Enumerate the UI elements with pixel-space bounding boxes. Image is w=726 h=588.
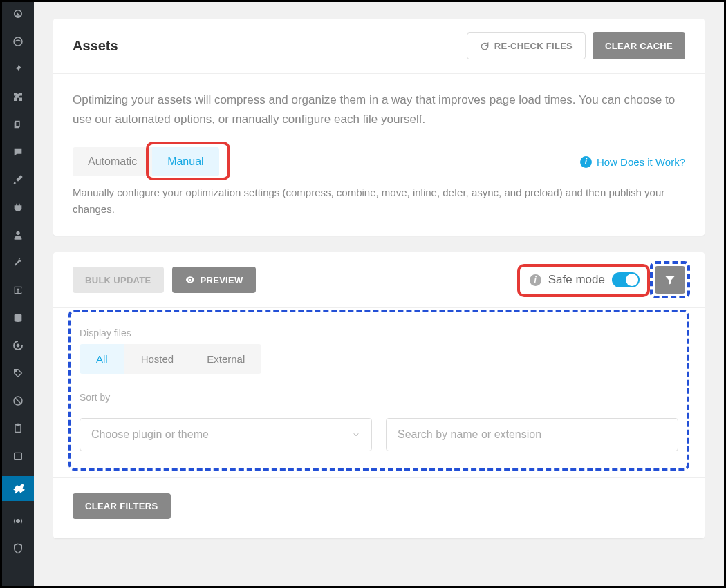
- hummingbird-active-icon[interactable]: [2, 476, 34, 501]
- pages-icon[interactable]: [10, 117, 26, 132]
- assets-description: Optimizing your assets will compress and…: [53, 74, 705, 137]
- users-icon[interactable]: [10, 227, 26, 243]
- pin-icon[interactable]: [10, 61, 26, 77]
- clear-filters-button[interactable]: CLEAR FILTERS: [73, 493, 171, 519]
- main-content: Assets RE-CHECK FILES CLEAR CACHE Optimi…: [34, 2, 724, 586]
- wp-admin-sidebar: [2, 2, 34, 586]
- comments-icon[interactable]: [10, 144, 26, 160]
- tag-icon[interactable]: [10, 366, 26, 381]
- page-title: Assets: [73, 38, 118, 54]
- svg-rect-8: [15, 453, 22, 459]
- info-icon: i: [580, 156, 592, 168]
- hummingbird-icon[interactable]: [10, 34, 26, 49]
- broadcast-icon[interactable]: [10, 513, 26, 529]
- import-icon[interactable]: [10, 283, 26, 298]
- refresh-icon: [480, 41, 490, 51]
- preview-button[interactable]: PREVIEW: [172, 267, 256, 293]
- recheck-files-button[interactable]: RE-CHECK FILES: [467, 32, 586, 59]
- display-files-pills: All Hosted External: [80, 344, 678, 374]
- funnel-icon: [664, 274, 676, 286]
- search-input[interactable]: [398, 428, 667, 441]
- shield-icon[interactable]: [10, 541, 26, 556]
- assets-card: Assets RE-CHECK FILES CLEAR CACHE Optimi…: [53, 19, 705, 236]
- chevron-down-icon: [352, 430, 360, 439]
- antispam-icon[interactable]: [10, 393, 26, 408]
- safe-mode-label: Safe mode: [548, 273, 605, 287]
- plugin-theme-select[interactable]: Choose plugin or theme: [80, 418, 372, 451]
- filters-card: BULK UPDATE PREVIEW i Safe mode: [53, 252, 705, 538]
- filter-toggle-button[interactable]: [655, 266, 685, 294]
- clear-cache-button[interactable]: CLEAR CACHE: [593, 32, 685, 59]
- svg-point-9: [17, 520, 20, 523]
- display-files-label: Display files: [80, 328, 678, 339]
- svg-point-0: [14, 37, 22, 46]
- tab-manual[interactable]: Manual: [152, 147, 218, 176]
- mode-tabs: Automatic Manual: [73, 147, 219, 176]
- safe-mode-toggle[interactable]: [612, 272, 640, 287]
- calendar-icon[interactable]: [10, 448, 26, 464]
- tab-automatic[interactable]: Automatic: [73, 147, 152, 176]
- svg-point-1: [16, 231, 19, 235]
- how-does-it-work-link[interactable]: i How Does it Work?: [580, 156, 685, 168]
- info-gray-icon: i: [530, 274, 541, 286]
- eye-icon: [185, 274, 196, 285]
- database-icon[interactable]: [10, 310, 26, 325]
- puzzle-icon[interactable]: [10, 89, 26, 104]
- svg-point-3: [17, 345, 19, 347]
- sort-by-label: Sort by: [80, 392, 678, 403]
- performance-icon[interactable]: [10, 338, 26, 353]
- clipboard-icon[interactable]: [10, 421, 26, 436]
- svg-rect-7: [17, 424, 19, 426]
- pill-hosted[interactable]: Hosted: [124, 344, 191, 374]
- bulk-update-button[interactable]: BULK UPDATE: [73, 267, 164, 293]
- brush-icon[interactable]: [10, 172, 26, 187]
- svg-point-4: [15, 370, 17, 372]
- dashboard-icon[interactable]: [10, 6, 26, 21]
- svg-point-2: [15, 314, 22, 316]
- pill-external[interactable]: External: [190, 344, 261, 374]
- tab-description: Manually configure your optimization set…: [53, 176, 705, 236]
- tools-icon[interactable]: [10, 255, 26, 270]
- search-input-wrap: [386, 418, 678, 451]
- pill-all[interactable]: All: [80, 344, 124, 374]
- plugins-icon[interactable]: [10, 200, 26, 215]
